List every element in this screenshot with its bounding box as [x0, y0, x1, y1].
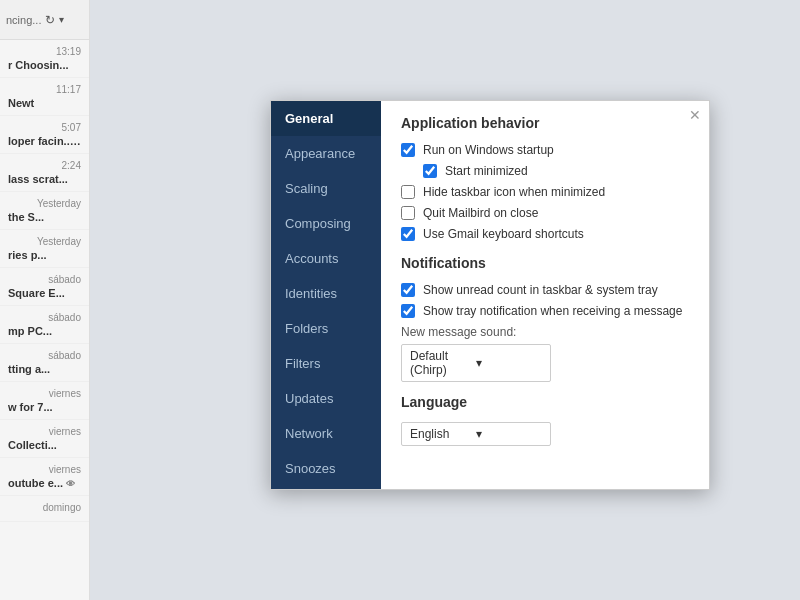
- email-time: 5:07: [8, 122, 81, 133]
- dialog-body: GeneralAppearanceScalingComposingAccount…: [271, 101, 709, 489]
- start-minimized-row: Start minimized: [423, 164, 689, 178]
- language-select-arrow: ▾: [476, 427, 542, 441]
- show-unread-row: Show unread count in taskbar & system tr…: [401, 283, 689, 297]
- sidebar-item-updates[interactable]: Updates: [271, 381, 381, 416]
- email-list-item[interactable]: viernes w for 7...: [0, 382, 89, 420]
- email-list: ncing... ↻ ▾ 13:19 r Choosin... 11:17 Ne…: [0, 0, 90, 600]
- email-list-item[interactable]: 11:17 Newt: [0, 78, 89, 116]
- sidebar-item-network[interactable]: Network: [271, 416, 381, 451]
- email-time: 11:17: [8, 84, 81, 95]
- sidebar-item-accounts[interactable]: Accounts: [271, 241, 381, 276]
- email-time: Yesterday: [8, 236, 81, 247]
- quit-on-close-checkbox[interactable]: [401, 206, 415, 220]
- show-unread-label: Show unread count in taskbar & system tr…: [423, 283, 658, 297]
- sound-value: Default (Chirp): [410, 349, 476, 377]
- show-tray-row: Show tray notification when receiving a …: [401, 304, 689, 318]
- email-list-item[interactable]: Yesterday the S...: [0, 192, 89, 230]
- email-list-header: ncing... ↻ ▾: [0, 0, 89, 40]
- email-time: viernes: [8, 426, 81, 437]
- sound-label: New message sound:: [401, 325, 689, 339]
- eye-icon: 👁: [76, 137, 81, 147]
- show-unread-checkbox[interactable]: [401, 283, 415, 297]
- language-value: English: [410, 427, 476, 441]
- sidebar-item-appearance[interactable]: Appearance: [271, 136, 381, 171]
- hide-taskbar-checkbox[interactable]: [401, 185, 415, 199]
- email-sender: Square E...: [8, 287, 81, 299]
- notifications-section: Notifications Show unread count in taskb…: [401, 255, 689, 382]
- header-text: ncing...: [6, 14, 41, 26]
- sidebar-item-filters[interactable]: Filters: [271, 346, 381, 381]
- close-button[interactable]: ✕: [689, 107, 701, 123]
- sidebar-item-composing[interactable]: Composing: [271, 206, 381, 241]
- nav-items-list: GeneralAppearanceScalingComposingAccount…: [271, 101, 381, 489]
- email-time: domingo: [8, 502, 81, 513]
- email-time: Yesterday: [8, 198, 81, 209]
- settings-dialog: ✕ GeneralAppearanceScalingComposingAccou…: [270, 100, 710, 490]
- email-sender: Newt: [8, 97, 81, 109]
- sidebar-item-identities[interactable]: Identities: [271, 276, 381, 311]
- gmail-shortcuts-row: Use Gmail keyboard shortcuts: [401, 227, 689, 241]
- app-behavior-title: Application behavior: [401, 115, 689, 131]
- email-time: viernes: [8, 388, 81, 399]
- gmail-shortcuts-label: Use Gmail keyboard shortcuts: [423, 227, 584, 241]
- email-list-item[interactable]: 2:24 lass scrat...: [0, 154, 89, 192]
- main-content-area: ✕ GeneralAppearanceScalingComposingAccou…: [90, 0, 800, 600]
- settings-content: Application behavior Run on Windows star…: [381, 101, 709, 489]
- sync-icon[interactable]: ↻: [45, 13, 55, 27]
- email-list-item[interactable]: viernes Collecti...: [0, 420, 89, 458]
- email-time: sábado: [8, 274, 81, 285]
- notifications-title: Notifications: [401, 255, 689, 271]
- email-list-item[interactable]: sábado Square E...: [0, 268, 89, 306]
- email-sender: lass scrat...: [8, 173, 81, 185]
- email-list-item[interactable]: Yesterday ries p...: [0, 230, 89, 268]
- email-time: 2:24: [8, 160, 81, 171]
- run-on-startup-row: Run on Windows startup: [401, 143, 689, 157]
- run-on-startup-checkbox[interactable]: [401, 143, 415, 157]
- email-sender: r Choosin...: [8, 59, 81, 71]
- email-list-item[interactable]: 5:07 loper facin... 👁: [0, 116, 89, 154]
- email-list-item[interactable]: domingo: [0, 496, 89, 522]
- start-minimized-checkbox[interactable]: [423, 164, 437, 178]
- email-sender: loper facin... 👁: [8, 135, 81, 147]
- email-list-item[interactable]: 13:19 r Choosin...: [0, 40, 89, 78]
- sidebar-item-advanced[interactable]: Advanced: [271, 486, 381, 489]
- sidebar-item-scaling[interactable]: Scaling: [271, 171, 381, 206]
- language-select[interactable]: English ▾: [401, 422, 551, 446]
- sidebar-item-general[interactable]: General: [271, 101, 381, 136]
- email-sender: outube e... 👁: [8, 477, 81, 489]
- hide-taskbar-label: Hide taskbar icon when minimized: [423, 185, 605, 199]
- sidebar-item-snoozes[interactable]: Snoozes: [271, 451, 381, 486]
- email-time: sábado: [8, 312, 81, 323]
- email-time: viernes: [8, 464, 81, 475]
- email-list-item[interactable]: sábado mp PC...: [0, 306, 89, 344]
- chevron-down-icon[interactable]: ▾: [59, 14, 64, 25]
- sound-select[interactable]: Default (Chirp) ▾: [401, 344, 551, 382]
- run-on-startup-label: Run on Windows startup: [423, 143, 554, 157]
- email-list-item[interactable]: sábado tting a...: [0, 344, 89, 382]
- gmail-shortcuts-checkbox[interactable]: [401, 227, 415, 241]
- email-sender: ries p...: [8, 249, 81, 261]
- email-sender: mp PC...: [8, 325, 81, 337]
- show-tray-label: Show tray notification when receiving a …: [423, 304, 682, 318]
- sound-select-arrow: ▾: [476, 356, 542, 370]
- email-time: 13:19: [8, 46, 81, 57]
- show-tray-checkbox[interactable]: [401, 304, 415, 318]
- eye-icon: 👁: [66, 479, 75, 489]
- email-sender: tting a...: [8, 363, 81, 375]
- email-time: sábado: [8, 350, 81, 361]
- quit-on-close-label: Quit Mailbird on close: [423, 206, 538, 220]
- quit-on-close-row: Quit Mailbird on close: [401, 206, 689, 220]
- sidebar-item-folders[interactable]: Folders: [271, 311, 381, 346]
- start-minimized-label: Start minimized: [445, 164, 528, 178]
- hide-taskbar-row: Hide taskbar icon when minimized: [401, 185, 689, 199]
- email-sender: the S...: [8, 211, 81, 223]
- language-title: Language: [401, 394, 689, 410]
- email-items-list: 13:19 r Choosin... 11:17 Newt 5:07 loper…: [0, 40, 89, 522]
- settings-nav: GeneralAppearanceScalingComposingAccount…: [271, 101, 381, 489]
- email-sender: Collecti...: [8, 439, 81, 451]
- email-sender: w for 7...: [8, 401, 81, 413]
- email-list-item[interactable]: viernes outube e... 👁: [0, 458, 89, 496]
